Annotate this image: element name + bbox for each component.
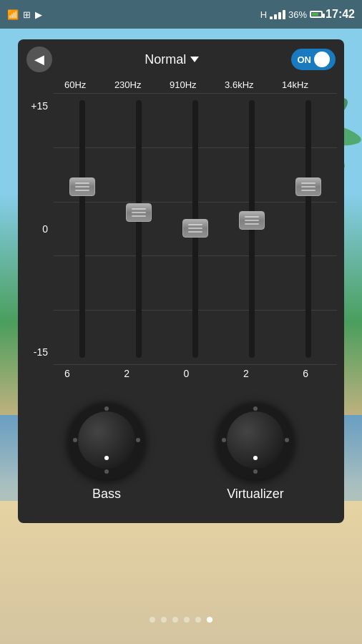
y-label-mid: 0 (25, 223, 48, 235)
slider-col-1[interactable] (64, 100, 100, 358)
value-4: 2 (243, 368, 249, 379)
value-5: 6 (303, 368, 308, 379)
eq-sliders-area (54, 93, 337, 365)
signal-bar-1 (270, 16, 273, 19)
knob-dot-right-v (285, 438, 289, 442)
handle-lines-1 (75, 182, 89, 191)
back-button[interactable]: ◀ (26, 47, 52, 72)
handle-line (188, 228, 202, 229)
network-type: H (260, 9, 267, 20)
virtualizer-label: Virtualizer (227, 487, 284, 502)
knobs-section: Bass Virtualizer (18, 386, 344, 509)
slider-track-2[interactable] (136, 100, 142, 358)
handle-line (75, 190, 89, 191)
knob-dot-left (73, 438, 77, 442)
slider-handle-4[interactable] (239, 211, 265, 230)
y-label-bot: -15 (25, 346, 48, 358)
handle-line (188, 231, 202, 233)
knob-dot-bottom (104, 469, 109, 474)
virtualizer-indicator (253, 456, 258, 460)
freq-60hz: 60Hz (64, 79, 86, 90)
handle-line (301, 190, 315, 191)
equalizer-panel: ◀ Normal ON 60Hz 230Hz 910Hz 3.6kHz 14kH… (18, 39, 344, 523)
phone-icon: 📶 (7, 9, 19, 20)
page-dot-6-active[interactable] (207, 617, 212, 623)
handle-line (301, 182, 315, 184)
handle-lines-4 (245, 216, 259, 225)
handle-lines-5 (301, 182, 315, 191)
knob-dot-left-v (222, 438, 226, 442)
toggle-label: ON (297, 54, 311, 65)
play-icon: ▶ (35, 9, 42, 20)
value-1: 6 (64, 368, 70, 379)
signal-bar-4 (283, 10, 285, 19)
handle-line (245, 216, 259, 218)
eq-header: ◀ Normal ON (18, 39, 344, 79)
value-3: 0 (184, 368, 190, 379)
bass-knob-inner (78, 411, 135, 469)
preset-dropdown[interactable]: Normal (145, 52, 199, 67)
knob-dot-bottom-v (253, 469, 258, 474)
y-label-top: +15 (25, 100, 48, 112)
eq-grid: +15 0 -15 (25, 93, 337, 365)
value-labels: 6 2 0 2 6 (25, 368, 337, 379)
page-dot-3[interactable] (172, 617, 178, 623)
app-icon-1: ⊞ (23, 9, 31, 20)
slider-track-4[interactable] (249, 100, 255, 358)
toggle-knob (314, 52, 330, 67)
status-left: 📶 ⊞ ▶ (7, 9, 42, 20)
slider-col-2[interactable] (121, 100, 157, 358)
preset-label: Normal (145, 52, 186, 67)
slider-handle-5[interactable] (295, 177, 321, 196)
knob-dot-top (104, 406, 109, 411)
slider-col-4[interactable] (234, 100, 270, 358)
page-dot-2[interactable] (161, 617, 167, 623)
handle-line (245, 220, 259, 221)
knob-dot-right (136, 438, 140, 442)
virtualizer-knob-inner (227, 411, 284, 469)
slider-track-3[interactable] (192, 100, 198, 358)
signal-bars (270, 10, 285, 19)
knob-dot-top-v (253, 406, 258, 411)
slider-handle-1[interactable] (69, 177, 95, 196)
eq-bands-container: 60Hz 230Hz 910Hz 3.6kHz 14kHz +15 0 -15 (18, 79, 344, 379)
bass-knob[interactable] (67, 401, 146, 479)
slider-handle-3[interactable] (182, 219, 208, 238)
bass-knob-group: Bass (67, 401, 146, 502)
bass-indicator (104, 456, 109, 460)
y-axis: +15 0 -15 (25, 93, 54, 365)
slider-handle-2[interactable] (126, 203, 152, 222)
handle-lines-2 (132, 208, 146, 217)
freq-labels: 60Hz 230Hz 910Hz 3.6kHz 14kHz (25, 79, 337, 90)
freq-14khz: 14kHz (282, 79, 308, 90)
back-icon: ◀ (34, 52, 44, 67)
page-dot-4[interactable] (184, 617, 190, 623)
slider-track-1[interactable] (79, 100, 85, 358)
sliders-row (54, 93, 337, 365)
virtualizer-knob[interactable] (216, 401, 295, 479)
handle-line (75, 182, 89, 184)
slider-col-5[interactable] (290, 100, 326, 358)
page-dot-5[interactable] (195, 617, 201, 623)
page-dot-1[interactable] (150, 617, 155, 623)
handle-line (132, 212, 146, 213)
bass-label: Bass (92, 487, 121, 502)
handle-line (188, 224, 202, 225)
on-toggle[interactable]: ON (291, 49, 336, 70)
status-bar: 📶 ⊞ ▶ H 36% 17:42 (0, 0, 362, 29)
freq-230hz: 230Hz (114, 79, 142, 90)
status-right: H 36% 17:42 (260, 8, 355, 21)
battery-percent: 36% (288, 9, 307, 20)
handle-line (132, 208, 146, 210)
signal-bar-2 (274, 14, 277, 19)
freq-3k6hz: 3.6kHz (225, 79, 253, 90)
freq-910hz: 910Hz (170, 79, 197, 90)
page-indicators (0, 617, 362, 623)
dropdown-arrow-icon (190, 57, 199, 62)
virtualizer-knob-group: Virtualizer (216, 401, 295, 502)
value-2: 2 (124, 368, 129, 379)
handle-line (132, 215, 146, 217)
slider-track-5[interactable] (305, 100, 311, 358)
handle-line (75, 186, 89, 187)
slider-col-3[interactable] (177, 100, 213, 358)
